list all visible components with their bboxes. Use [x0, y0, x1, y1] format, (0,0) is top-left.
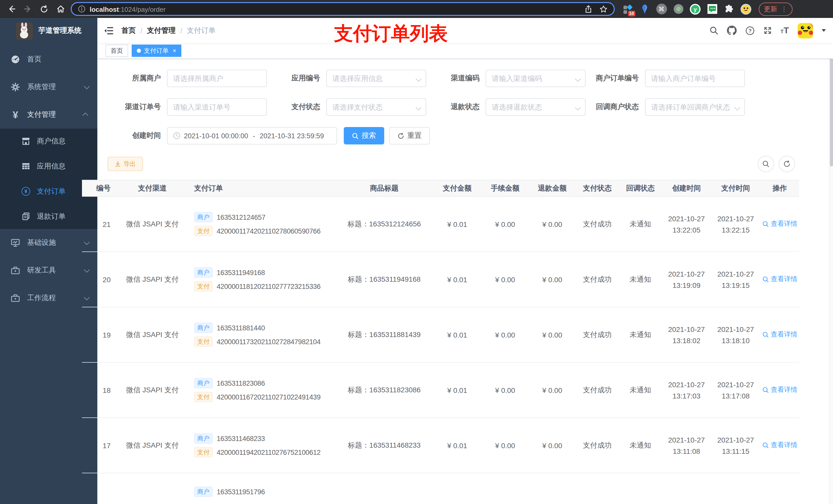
font-size-icon[interactable]: TT	[781, 25, 789, 35]
briefcase-icon	[11, 293, 20, 303]
table-toolbar: 导出	[108, 156, 795, 172]
view-detail-link[interactable]: 查看详情	[762, 219, 798, 229]
reset-button[interactable]: 重置	[389, 127, 430, 144]
view-detail-link[interactable]: 查看详情	[762, 441, 798, 450]
app-logo-row[interactable]: 芋道管理系统	[0, 18, 97, 44]
pay-amount-cell	[433, 473, 481, 504]
menu-kebab-icon[interactable]: ⋮	[781, 6, 787, 11]
sidebar-item-home[interactable]: 首页	[0, 46, 97, 73]
extension-balloon-icon[interactable]	[639, 3, 650, 15]
extension-y-icon[interactable]: y	[690, 3, 701, 15]
action-cell[interactable]: 查看详情	[760, 252, 799, 307]
col-amount: 支付金额	[433, 180, 481, 196]
notify-status-select[interactable]	[645, 98, 745, 116]
show-search-button[interactable]	[758, 156, 774, 172]
pay-order-line: 支付4200001173202110272847982104	[194, 337, 336, 347]
refresh-table-button[interactable]	[779, 156, 795, 172]
extension-blocks-icon[interactable]: 10	[622, 3, 633, 15]
pay-order-cell: 商户1635311949168支付42000011812021102777232…	[187, 252, 336, 307]
sidebar-item-app-info[interactable]: 应用信息	[0, 154, 97, 179]
refund-amount-cell	[529, 473, 576, 504]
tab-close-icon[interactable]: ×	[173, 48, 176, 54]
app-select[interactable]	[326, 70, 426, 87]
tab-home[interactable]: 首页	[105, 45, 128, 57]
address-bar[interactable]: localhost:1024/pay/order	[71, 2, 615, 16]
browser-update-button[interactable]: 更新 ⋮	[759, 2, 792, 16]
pay-order-line: 支付4200001167202110271022491439	[194, 392, 336, 402]
top-navbar: 首页 / 支付管理 / 支付订单 支付订单列表 ? TT	[97, 18, 833, 43]
extension-chat-icon[interactable]	[707, 3, 718, 15]
reload-icon	[41, 5, 47, 12]
share-icon[interactable]	[585, 5, 592, 13]
page-scrollbar[interactable]	[829, 43, 833, 504]
forward-button[interactable]	[22, 3, 34, 15]
extension-record-icon[interactable]	[673, 3, 684, 15]
action-cell[interactable]: 查看详情	[760, 196, 799, 252]
action-cell[interactable]: 查看详情	[760, 362, 799, 418]
back-button[interactable]	[5, 3, 18, 15]
sidebar-item-label: 研发工具	[27, 266, 84, 275]
filter-field-merchant: 所属商户	[108, 70, 267, 87]
reload-button[interactable]	[38, 3, 50, 15]
channel-code-input[interactable]	[492, 74, 579, 82]
refund-status-input[interactable]	[492, 103, 579, 111]
fee-amount-cell: ¥ 0.00	[481, 196, 529, 252]
breadcrumb-pay-manage[interactable]: 支付管理	[147, 26, 176, 35]
create-time-range-picker[interactable]: 2021-10-01 00:00:00 - 2021-10-31 23:59:5…	[167, 127, 337, 144]
filter-label: 退款状态	[426, 102, 486, 112]
github-icon[interactable]	[727, 26, 736, 35]
channel-order-no-input[interactable]	[173, 103, 261, 111]
view-detail-icon	[762, 387, 769, 393]
channel-order-no-field[interactable]	[167, 98, 267, 116]
sidebar-item-system[interactable]: 系统管理	[0, 73, 97, 101]
pay-order-no: 4200001174202110278060590766	[217, 227, 320, 235]
export-button[interactable]: 导出	[108, 157, 143, 171]
refund-status-select[interactable]	[486, 98, 586, 116]
gear-icon	[11, 82, 20, 92]
help-icon[interactable]: ?	[745, 26, 754, 35]
breadcrumb-home[interactable]: 首页	[121, 26, 136, 35]
search-icon[interactable]	[709, 26, 718, 35]
col-title: 商品标题	[336, 180, 433, 196]
tab-pay-order[interactable]: 支付订单 ×	[132, 45, 181, 57]
product-title-cell: 标题：1635311823086	[336, 362, 433, 418]
extension-emoji-icon[interactable]	[740, 3, 752, 15]
merchant-order-no-input[interactable]	[651, 74, 739, 82]
bookmark-star-icon[interactable]	[599, 5, 608, 13]
action-cell[interactable]: 查看详情	[760, 307, 799, 362]
view-detail-link[interactable]: 查看详情	[762, 385, 798, 394]
pay-tag: 支付	[194, 447, 213, 457]
pay-status-select[interactable]	[326, 98, 426, 116]
merchant-order-no-field[interactable]	[645, 70, 745, 87]
pay-channel-cell: 微信 JSAPI 支付	[118, 362, 187, 418]
view-detail-link[interactable]: 查看详情	[762, 275, 798, 284]
document-icon	[22, 212, 30, 221]
user-avatar[interactable]	[798, 23, 813, 38]
home-button[interactable]	[54, 3, 67, 15]
pay-order-no: 4200001181202110277723215336	[217, 283, 320, 290]
extension-command-icon[interactable]: ⌘	[656, 3, 667, 15]
sidebar-item-merchant-info[interactable]: 商户信息	[0, 128, 97, 154]
pay-status-input[interactable]	[332, 103, 420, 111]
yen-icon: ¥	[11, 110, 20, 119]
table-row: 20微信 JSAPI 支付商户1635311949168支付4200001181…	[82, 252, 799, 307]
app-select-input[interactable]	[332, 74, 420, 82]
merchant-order-line: 商户1635311949168	[194, 267, 336, 278]
avatar-caret-icon[interactable]	[822, 29, 826, 32]
channel-code-select[interactable]	[486, 70, 586, 87]
product-title-cell: 标题：1635312124656	[336, 196, 433, 252]
url-path: :1024/pay/order	[119, 5, 165, 13]
action-cell[interactable]: 查看详情	[760, 418, 799, 473]
view-detail-link[interactable]: 查看详情	[762, 330, 798, 339]
merchant-input[interactable]	[173, 74, 261, 82]
extensions-puzzle-icon[interactable]	[723, 3, 735, 15]
fullscreen-icon[interactable]	[763, 26, 772, 35]
col-actions: 操作	[760, 180, 799, 196]
notify-status-input[interactable]	[651, 103, 739, 111]
sidebar-item-payment[interactable]: ¥ 支付管理	[0, 101, 97, 128]
merchant-select[interactable]	[167, 70, 267, 87]
scrollbar-thumb[interactable]	[830, 46, 833, 166]
hamburger-button[interactable]	[104, 26, 114, 34]
search-button[interactable]: 搜索	[344, 127, 384, 144]
site-info-icon[interactable]	[78, 5, 86, 13]
